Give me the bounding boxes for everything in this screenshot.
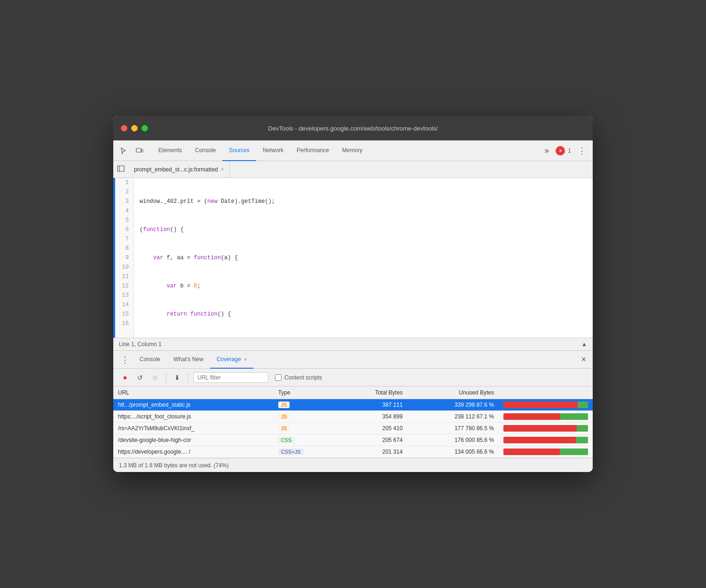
- record-button[interactable]: ●: [119, 371, 131, 384]
- coverage-toolbar: ● ↺ ⊘ ⬇ Content scripts: [113, 369, 593, 387]
- titlebar: DevTools - developers.google.com/web/too…: [113, 116, 593, 140]
- cell-bar: [499, 399, 593, 411]
- tab-console-bottom[interactable]: Console: [133, 351, 167, 369]
- file-tab[interactable]: prompt_embed_st...c.js:formatted ×: [128, 161, 230, 178]
- svg-rect-0: [136, 148, 141, 152]
- status-bar: Line 1, Column 1 ▲: [113, 338, 593, 351]
- cell-total-bytes: 387 111: [338, 399, 408, 411]
- col-unused: Unused Bytes: [408, 387, 499, 399]
- toolbar-divider2: [188, 372, 188, 383]
- tab-whats-new[interactable]: What's New: [167, 351, 210, 369]
- cell-total-bytes: 205 674: [338, 434, 408, 446]
- traffic-lights: [121, 125, 148, 132]
- devtools-container: Elements Console Sources Network Perform…: [113, 140, 593, 472]
- col-total: Total Bytes: [338, 387, 408, 399]
- table-row[interactable]: https://developers.google.... / CSS+JS 2…: [113, 446, 593, 458]
- cell-total-bytes: 354 899: [338, 411, 408, 423]
- cell-unused-bytes: 339 298 87.6 %: [408, 399, 499, 411]
- tabs-right: » ✕ 1 ⋮: [541, 144, 589, 158]
- file-tabs-bar: prompt_embed_st...c.js:formatted ×: [113, 161, 593, 178]
- bottom-panel: ⋮ Console What's New Coverage × × ● ↺ ⊘: [113, 351, 593, 472]
- col-type: Type: [274, 387, 338, 399]
- cell-type: CSS+JS: [274, 446, 338, 458]
- jump-to-end-icon[interactable]: ▲: [581, 341, 587, 348]
- col-url: URL: [113, 387, 274, 399]
- more-tabs-button[interactable]: »: [541, 144, 552, 157]
- cell-bar: [499, 446, 593, 458]
- maximize-button[interactable]: [141, 125, 148, 132]
- coverage-footer: 1.3 MB of 1.8 MB bytes are not used. (74…: [113, 458, 593, 472]
- cell-type: JS: [274, 399, 338, 411]
- table-row[interactable]: https:.../script_foot_closure.js JS 354 …: [113, 411, 593, 423]
- stop-button: ⊘: [149, 371, 161, 384]
- close-panel-button[interactable]: ×: [578, 355, 589, 364]
- code-editor[interactable]: 1 2 3 4 5 6 7 8 9 10 11 12 13 14 15 16 w…: [113, 178, 593, 338]
- code-content: window._402.prlt = (new Date).getTime();…: [134, 178, 593, 338]
- bottom-tabs-bar: ⋮ Console What's New Coverage × ×: [113, 351, 593, 369]
- url-filter-input[interactable]: [193, 372, 268, 383]
- tab-network[interactable]: Network: [256, 140, 290, 161]
- cell-bar: [499, 411, 593, 423]
- coverage-table: URL Type Total Bytes Unused Bytes htt...…: [113, 387, 593, 458]
- settings-button[interactable]: ⋮: [575, 144, 589, 158]
- cell-unused-bytes: 177 780 86.5 %: [408, 423, 499, 434]
- cell-unused-bytes: 134 005 66.6 %: [408, 446, 499, 458]
- tab-elements[interactable]: Elements: [152, 140, 188, 161]
- file-tab-close[interactable]: ×: [221, 167, 224, 172]
- error-count: 1: [568, 147, 571, 154]
- coverage-table-container: URL Type Total Bytes Unused Bytes htt...…: [113, 387, 593, 458]
- cell-type: JS: [274, 423, 338, 434]
- cursor-position: Line 1, Column 1: [119, 341, 162, 348]
- tab-console[interactable]: Console: [188, 140, 222, 161]
- table-row[interactable]: htt.../prompt_embed_static.js JS 387 111…: [113, 399, 593, 411]
- cell-url: htt.../prompt_embed_static.js: [113, 399, 274, 411]
- content-scripts-checkbox-label[interactable]: Content scripts: [275, 374, 322, 381]
- cursor-icon[interactable]: [117, 144, 130, 157]
- svg-text:✕: ✕: [559, 149, 562, 153]
- toggle-sidebar-button[interactable]: [117, 165, 125, 174]
- responsive-icon[interactable]: [133, 144, 146, 157]
- file-tab-name: prompt_embed_st...c.js:formatted: [134, 166, 218, 173]
- window-title: DevTools - developers.google.com/web/too…: [268, 125, 438, 132]
- table-row[interactable]: /devsite-google-blue-high-cor CSS 205 67…: [113, 434, 593, 446]
- line-numbers: 1 2 3 4 5 6 7 8 9 10 11 12 13 14 15 16: [115, 178, 134, 338]
- table-row[interactable]: /rs=AA2YrTsM9ubCxVKl1inxf_ JS 205 410 17…: [113, 423, 593, 434]
- tab-memory[interactable]: Memory: [336, 140, 369, 161]
- cell-bar: [499, 434, 593, 446]
- cell-bar: [499, 423, 593, 434]
- cell-url: /rs=AA2YrTsM9ubCxVKl1inxf_: [113, 423, 274, 434]
- toolbar-divider: [166, 372, 166, 383]
- close-button[interactable]: [121, 125, 127, 132]
- cell-total-bytes: 201 314: [338, 446, 408, 458]
- tab-sources[interactable]: Sources: [222, 140, 256, 161]
- tab-icons: [117, 144, 146, 157]
- minimize-button[interactable]: [131, 125, 138, 132]
- error-area: ✕ 1: [556, 146, 571, 155]
- bottom-tabs-more[interactable]: ⋮: [117, 351, 133, 369]
- error-badge: ✕: [556, 146, 565, 155]
- download-button[interactable]: ⬇: [171, 371, 183, 384]
- svg-rect-4: [118, 166, 124, 171]
- cell-type: CSS: [274, 434, 338, 446]
- col-bar: [499, 387, 593, 399]
- coverage-tab-close[interactable]: ×: [244, 356, 247, 362]
- cell-type: JS: [274, 411, 338, 423]
- svg-rect-1: [141, 149, 143, 152]
- main-tabs-bar: Elements Console Sources Network Perform…: [113, 140, 593, 161]
- cell-unused-bytes: 238 112 67.1 %: [408, 411, 499, 423]
- cell-unused-bytes: 176 000 85.6 %: [408, 434, 499, 446]
- content-scripts-checkbox[interactable]: [275, 374, 282, 381]
- refresh-button[interactable]: ↺: [134, 371, 146, 384]
- tab-performance[interactable]: Performance: [290, 140, 336, 161]
- cell-url: /devsite-google-blue-high-cor: [113, 434, 274, 446]
- cell-total-bytes: 205 410: [338, 423, 408, 434]
- cell-url: https:.../script_foot_closure.js: [113, 411, 274, 423]
- tab-coverage[interactable]: Coverage ×: [210, 351, 253, 369]
- cell-url: https://developers.google.... /: [113, 446, 274, 458]
- devtools-window: DevTools - developers.google.com/web/too…: [113, 116, 593, 472]
